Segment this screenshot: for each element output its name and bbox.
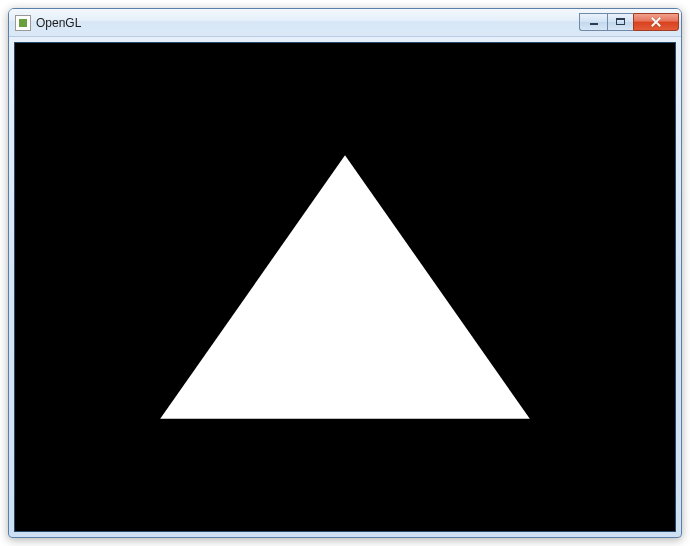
maximize-icon: [616, 18, 625, 25]
minimize-button[interactable]: [579, 13, 607, 31]
opengl-viewport: [14, 42, 676, 532]
minimize-icon: [590, 23, 598, 25]
close-button[interactable]: [633, 13, 679, 31]
app-icon: [15, 15, 31, 31]
window-title: OpenGL: [36, 17, 579, 29]
window-controls: [579, 13, 679, 31]
triangle-shape: [160, 155, 530, 419]
app-icon-glyph: [19, 19, 27, 27]
close-icon: [651, 17, 662, 26]
maximize-button[interactable]: [607, 13, 633, 31]
render-surface: [15, 43, 675, 531]
application-window: OpenGL: [8, 8, 682, 538]
client-frame: [9, 37, 681, 537]
titlebar[interactable]: OpenGL: [9, 9, 681, 37]
